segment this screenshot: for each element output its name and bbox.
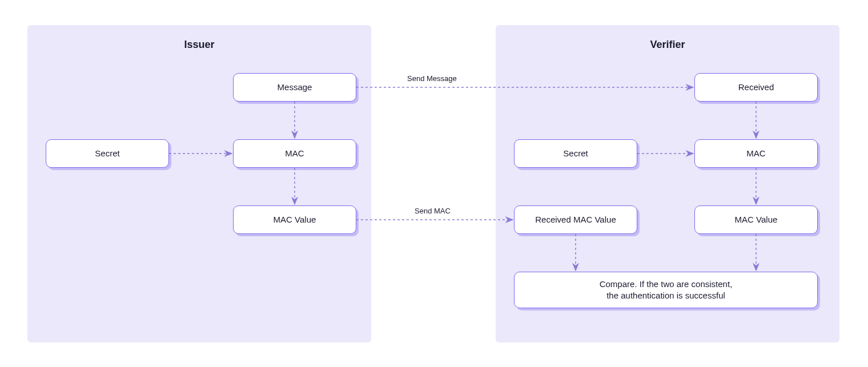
verifier-mac-node: MAC xyxy=(694,139,818,168)
verifier-secret-label: Secret xyxy=(563,148,588,159)
send-mac-label: Send MAC xyxy=(415,207,451,215)
issuer-mac-label: MAC xyxy=(285,148,304,159)
issuer-message-label: Message xyxy=(278,82,312,93)
verifier-mac-label: MAC xyxy=(746,148,765,159)
verifier-received-node: Received xyxy=(694,73,818,102)
verifier-compare-node: Compare. If the two are consistent, the … xyxy=(514,272,818,308)
issuer-mac-node: MAC xyxy=(233,139,356,168)
send-message-label: Send Message xyxy=(407,74,457,83)
issuer-title: Issuer xyxy=(27,39,371,51)
verifier-mac-value-node: MAC Value xyxy=(694,205,818,234)
verifier-title: Verifier xyxy=(496,39,839,51)
verifier-compare-label: Compare. If the two are consistent, the … xyxy=(600,279,733,302)
verifier-received-label: Received xyxy=(738,82,774,93)
issuer-mac-value-node: MAC Value xyxy=(233,205,356,234)
verifier-received-mac-value-label: Received MAC Value xyxy=(535,214,616,225)
verifier-mac-value-label: MAC Value xyxy=(735,214,778,225)
issuer-secret-label: Secret xyxy=(95,148,119,159)
issuer-secret-node: Secret xyxy=(46,139,169,168)
verifier-secret-node: Secret xyxy=(514,139,637,168)
issuer-mac-value-label: MAC Value xyxy=(274,214,316,225)
issuer-message-node: Message xyxy=(233,73,356,102)
verifier-received-mac-value-node: Received MAC Value xyxy=(514,205,637,234)
